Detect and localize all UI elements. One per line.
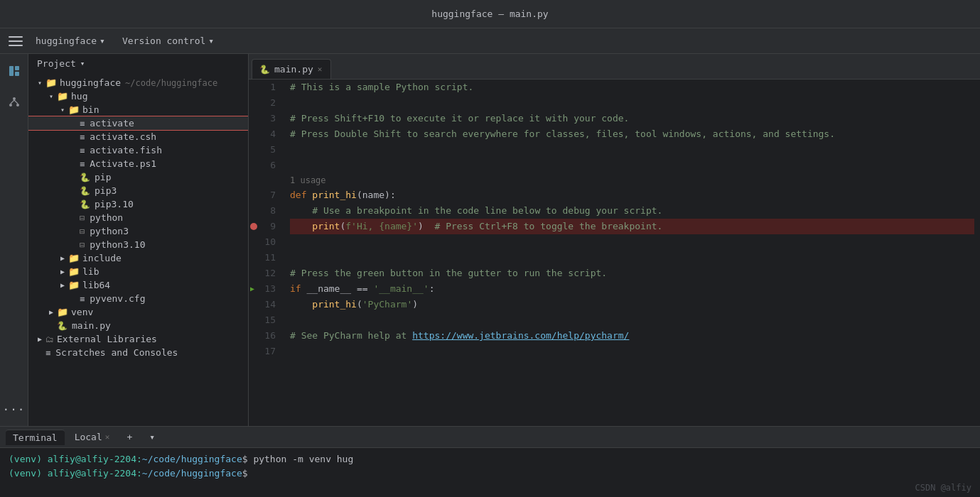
code-line-10 [290,234,974,250]
pip310-icon: 🐍 [80,200,90,209]
python310-label: python3.10 [90,239,145,250]
tree-external-libs[interactable]: ▶ 🗂 External Libraries [28,332,248,346]
root-folder-label: huggingface [60,77,121,88]
ln-11: 11 [249,250,284,266]
hamburger-menu[interactable] [6,31,26,51]
pyvenv-icon: ≡ [80,294,85,304]
structure-icon-btn[interactable] [3,91,26,114]
icon-bar: ··· [0,54,28,426]
titlebar-text: huggingface – main.py [431,9,548,19]
activate-label: activate [90,118,134,129]
tree-python[interactable]: ⊟ python [28,211,248,224]
sidebar-header-arrow: ▾ [80,59,85,68]
venv-icon: 📁 [57,307,68,317]
svg-line-7 [14,100,18,104]
svg-point-4 [9,104,12,106]
tree-scratches[interactable]: ≡ Scratches and Consoles [28,346,248,359]
scratches-icon: ≡ [45,348,50,358]
extlibs-label: External Libraries [57,334,157,344]
tree-lib64[interactable]: ▶ 📁 lib64 [28,278,248,292]
root-folder-icon: 📁 [45,77,57,88]
activate-csh-icon: ≡ [80,132,85,142]
include-icon: 📁 [68,253,80,263]
svg-point-3 [13,97,16,100]
terminal-tab-label: Terminal [13,432,58,443]
svg-line-6 [11,100,14,104]
activate-ps1-icon: ≡ [80,159,85,169]
mainpy-icon: 🐍 [57,321,68,331]
activate-csh-label: activate.csh [90,131,156,142]
svg-point-5 [16,104,19,106]
hug-label: hug [71,91,87,102]
chevron-icon: ▾ [149,432,155,442]
pyvenv-label: pyvenv.cfg [90,293,145,304]
tree-python310[interactable]: ⊟ python3.10 [28,238,248,251]
bin-arrow: ▾ [57,106,68,114]
tree-activate-fish[interactable]: ≡ activate.fish [28,143,248,157]
project-menu[interactable]: huggingface ▾ [28,33,112,49]
code-line-1: # This is a sample Python script. [290,80,974,95]
term-path-2: ~/code/huggingface [142,468,242,479]
vc-arrow: ▾ [208,36,214,46]
tree-activate-ps1[interactable]: ≡ Activate.ps1 [28,157,248,170]
sidebar-header-label: Project [37,58,76,69]
version-control-menu[interactable]: Version control ▾ [115,33,221,49]
tree-pip3[interactable]: 🐍 pip3 [28,184,248,197]
tree-pyvenv[interactable]: ≡ pyvenv.cfg [28,292,248,305]
extlibs-icon: 🗂 [45,334,54,344]
lib64-label: lib64 [82,280,110,290]
code-lines: # This is a sample Python script. # Pres… [284,80,980,426]
tree-main-py[interactable]: 🐍 main.py [28,319,248,332]
tree-hug[interactable]: ▾ 📁 hug [28,89,248,103]
add-tab-icon: + [126,432,132,442]
bin-folder-icon: 📁 [68,104,80,115]
project-icon-btn[interactable] [3,60,26,82]
tree-python3[interactable]: ⊟ python3 [28,224,248,238]
terminal-content[interactable]: (venv) alfiy@alfiy-2204:~/code/huggingfa… [0,448,980,497]
tree-include[interactable]: ▶ 📁 include [28,251,248,265]
code-editor: 1 2 3 4 5 6 7 8 9 10 11 12 13 14 15 16 1… [249,80,980,426]
more-icon-btn[interactable]: ··· [3,398,26,420]
code-line-7: def print_hi(name): [290,187,974,203]
term-path-1: ~/code/huggingface [142,454,242,464]
code-line-6 [290,158,974,173]
term-cmd-1: $ python -m venv hug [242,454,354,464]
code-line-4: # Press Double Shift to search everywher… [290,126,974,142]
sidebar: Project ▾ ▾ 📁 huggingface ~/code/hugging… [28,54,249,426]
mainpy-label: main.py [72,320,111,331]
tree-activate[interactable]: ≡ activate [28,116,248,130]
svg-rect-1 [15,66,19,70]
tab-close-btn[interactable]: ✕ [318,65,323,74]
tab-chevron[interactable]: ▾ [142,430,162,444]
tab-terminal[interactable]: Terminal [6,430,65,445]
tree-bin[interactable]: ▾ 📁 bin [28,103,248,116]
code-line-17 [290,344,974,359]
code-line-9: print(f'Hi, {name}') # Press Ctrl+F8 to … [290,219,974,234]
activate-icon: ≡ [80,119,85,129]
tree-venv[interactable]: ▶ 📁 venv [28,305,248,319]
activate-fish-icon: ≡ [80,146,85,155]
ln-13: 13 [249,281,284,297]
local-tab-close[interactable]: ✕ [105,432,110,442]
tab-local[interactable]: Local ✕ [68,430,117,444]
code-line-11 [290,250,974,266]
hug-arrow: ▾ [45,92,57,100]
menubar: huggingface ▾ Version control ▾ [0,28,980,54]
tree-pip[interactable]: 🐍 pip [28,170,248,184]
ln-15: 15 [249,312,284,328]
tree-root[interactable]: ▾ 📁 huggingface ~/code/huggingface [28,76,248,89]
sidebar-header[interactable]: Project ▾ [28,54,248,73]
titlebar: huggingface – main.py [0,0,980,28]
add-tab-btn[interactable]: + [119,430,139,444]
tab-python-icon: 🐍 [259,65,270,75]
lib64-arrow: ▶ [57,281,68,289]
ln-2: 2 [249,95,284,111]
sidebar-tree: ▾ 📁 huggingface ~/code/huggingface ▾ 📁 h… [28,73,248,426]
tree-pip310[interactable]: 🐍 pip3.10 [28,197,248,211]
ln-6: 6 [249,158,284,173]
tree-activate-csh[interactable]: ≡ activate.csh [28,130,248,143]
tab-main-py[interactable]: 🐍 main.py ✕ [252,59,331,79]
include-label: include [82,253,122,263]
tree-lib[interactable]: ▶ 📁 lib [28,265,248,278]
ln-5: 5 [249,142,284,158]
